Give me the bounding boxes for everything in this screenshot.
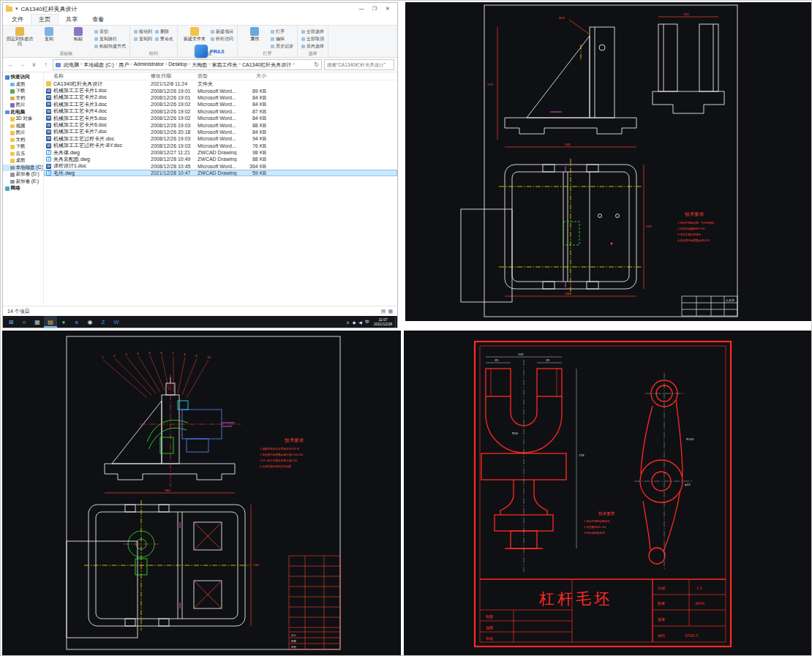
sidebar-item[interactable]: 桌面 xyxy=(3,81,43,88)
file-row-夹具体.dwg[interactable]: 夹具体.dwg 2008/12/27 11:21 ZWCAD Drawing 9… xyxy=(44,149,397,156)
breadcrumb[interactable]: 此电脑›本地磁盘 (C:)›用户›Administrator›Desktop›大… xyxy=(53,59,322,70)
invert-selection-button[interactable]: 反向选择 xyxy=(301,43,324,50)
file-row-CA1340杠杆夹具设计[interactable]: CA1340杠杆夹具设计 2021/12/8 11:24 文件夹 xyxy=(44,80,397,87)
sidebar-item[interactable]: 视频 xyxy=(3,123,43,130)
taskbar-clock[interactable]: 11:07 2021/12/28 xyxy=(371,317,395,326)
quick-access-toolbar[interactable]: ▾ xyxy=(15,6,18,12)
breadcrumb-segment[interactable]: Administrator xyxy=(133,61,165,69)
column-header-name[interactable]: 名称 xyxy=(44,72,151,80)
refresh-icon[interactable]: ↻ xyxy=(314,61,319,68)
taskbar-icon-zwcad[interactable]: Z xyxy=(97,316,110,328)
select-all-button[interactable]: 全部选择 xyxy=(301,29,324,35)
rename-button[interactable]: 重命名 xyxy=(155,36,173,42)
file-row-机械加工工艺卡片2.doc[interactable]: 机械加工工艺卡片2.doc 2008/12/26 19:01 Microsoft… xyxy=(44,94,397,101)
paste-shortcut-button[interactable]: 粘贴快捷方式 xyxy=(94,43,126,50)
file-row-机械加工工艺卡片1.doc[interactable]: 机械加工工艺卡片1.doc 2008/12/26 19:01 Microsoft… xyxy=(44,87,397,94)
taskbar-icon-edge[interactable]: e xyxy=(70,316,83,328)
ribbon-tab[interactable]: 文件 xyxy=(4,15,31,25)
details-view-button[interactable]: ▤ xyxy=(381,309,386,314)
ribbon-tab[interactable]: 主页 xyxy=(31,14,59,25)
history-button[interactable]: 历史记录 xyxy=(271,43,293,50)
taskbar-icon-search[interactable]: ○ xyxy=(18,316,31,328)
minimize-button[interactable]: — xyxy=(355,3,368,15)
edit-button[interactable]: 编辑 xyxy=(271,36,293,42)
file-row-机械加工工艺卡片3.doc[interactable]: 机械加工工艺卡片3.doc 2008/12/26 19:02 Microsoft… xyxy=(44,101,397,108)
file-row-机械加工工艺卡片6.doc[interactable]: 机械加工工艺卡片6.doc 2008/12/26 19:03 Microsoft… xyxy=(44,121,397,128)
sidebar-item[interactable]: 文档 xyxy=(3,95,43,102)
file-row-机械加工工艺卡片4.doc[interactable]: 机械加工工艺卡片4.doc 2008/12/26 19:02 Microsoft… xyxy=(44,108,397,115)
breadcrumb-segment[interactable]: 本地磁盘 (C:) xyxy=(83,61,115,69)
sidebar-item[interactable]: 快速访问 xyxy=(3,74,43,81)
sidebar-item[interactable]: 此电脑 xyxy=(3,109,43,116)
show-desktop-button[interactable] xyxy=(395,316,397,328)
column-header-type[interactable]: 类型 xyxy=(198,72,243,80)
taskbar-icon-word[interactable]: W xyxy=(110,316,123,328)
sidebar-item[interactable]: 本地磁盘 (C:) xyxy=(3,165,43,172)
move-to-button[interactable]: 移动到 xyxy=(134,29,152,35)
sidebar-item[interactable]: 文档 xyxy=(3,137,43,144)
file-row-机械加工工艺卡片7.doc[interactable]: 机械加工工艺卡片7.doc 2008/12/26 20:18 Microsoft… xyxy=(44,129,397,135)
sidebar-item[interactable]: 新加卷 (D:) xyxy=(3,171,43,178)
open-button[interactable]: 打开 xyxy=(271,29,293,35)
cut-button[interactable]: 剪切 xyxy=(94,29,126,35)
ribbon-tab[interactable]: 共享 xyxy=(59,15,85,25)
sidebar-item[interactable]: 新加卷 (E:) xyxy=(3,178,43,186)
sidebar-item[interactable]: 图片 xyxy=(3,129,43,137)
sidebar-item[interactable]: 网络 xyxy=(3,185,43,192)
sidebar-item[interactable]: 音乐 xyxy=(3,151,43,158)
copy-path-button[interactable]: 复制路径 xyxy=(94,36,126,42)
sidebar-item[interactable]: 3D 对象 xyxy=(3,116,43,123)
column-header-date[interactable]: 修改日期 xyxy=(151,72,198,80)
close-button[interactable]: ✕ xyxy=(381,3,394,15)
ribbon-tab[interactable]: 查看 xyxy=(85,15,111,25)
copy-to-button[interactable]: 复制到 xyxy=(134,36,152,42)
thumbnail-view-button[interactable]: ▦ xyxy=(388,309,393,314)
sidebar-item[interactable]: 下载 xyxy=(3,88,43,95)
svg-text:比例: 比例 xyxy=(658,586,665,591)
taskbar-icon-wechat[interactable]: ● xyxy=(57,316,70,328)
sidebar-item[interactable]: 下载 xyxy=(3,143,43,151)
sidebar-item[interactable]: 图片 xyxy=(3,102,43,109)
tray-icon-ime[interactable]: 中 xyxy=(364,319,371,325)
file-type: ZWCAD Drawing xyxy=(198,157,243,162)
column-header-size[interactable]: 大小 xyxy=(243,72,269,80)
recent-locations-button[interactable]: ∨ xyxy=(29,60,39,69)
tray-icon-volume[interactable]: ◀ xyxy=(357,320,364,325)
file-row-课程设计1.doc[interactable]: 课程设计1.doc 2008/12/28 10:45 Microsoft Wor… xyxy=(44,163,397,170)
properties-icon xyxy=(250,27,259,36)
breadcrumb-segment[interactable]: 此电脑 xyxy=(63,61,80,69)
select-none-button[interactable]: 全部取消 xyxy=(301,36,324,42)
forward-button[interactable]: → xyxy=(18,60,27,69)
maximize-button[interactable]: ❐ xyxy=(368,3,381,15)
file-row-机械加工工艺过程卡片.doc[interactable]: 机械加工工艺过程卡片.doc 2008/12/26 19:03 Microsof… xyxy=(44,135,397,142)
file-row-夹具装配图.dwg[interactable]: 夹具装配图.dwg 2008/12/28 10:49 ZWCAD Drawing… xyxy=(44,156,397,162)
breadcrumb-segment[interactable]: 用户 xyxy=(118,61,129,69)
breadcrumb-segment[interactable]: CA1340杠杆夹具设计 xyxy=(241,61,292,69)
taskbar-icon-task-view[interactable]: ▦ xyxy=(31,316,44,328)
search-input[interactable] xyxy=(324,59,394,70)
tray-icon-network[interactable]: ◆ xyxy=(351,320,358,325)
file-row-机械加工工艺过程卡片-BY.doc[interactable]: 机械加工工艺过程卡片-BY.doc 2008/12/26 19:03 Micro… xyxy=(44,143,397,149)
taskbar-icon-chrome[interactable]: ◉ xyxy=(83,316,97,328)
properties-button[interactable]: 属性 xyxy=(241,27,268,50)
sidebar-item[interactable]: 桌面 xyxy=(3,157,43,165)
breadcrumb-segment[interactable]: Desktop xyxy=(168,61,188,69)
file-row-机械加工工艺卡片5.doc[interactable]: 机械加工工艺卡片5.doc 2008/12/26 19:02 Microsoft… xyxy=(44,115,397,121)
svg-text:6: 6 xyxy=(160,351,162,355)
up-button[interactable]: ↑ xyxy=(41,60,50,69)
paste-button[interactable]: 粘贴 xyxy=(65,27,91,50)
navigation-pane: 快速访问 桌面 下载 文档 xyxy=(3,72,44,306)
breadcrumb-segment[interactable]: 大梅图 xyxy=(191,61,208,69)
easy-access-button[interactable]: 轻松访问 xyxy=(211,36,233,42)
copy-button[interactable]: 复制 xyxy=(36,27,62,50)
new-item-button[interactable]: 新建项目 xyxy=(211,29,233,35)
tray-icon-tray-expand[interactable]: ∧ xyxy=(345,320,350,325)
taskbar-icon-file-explorer[interactable]: ▤ xyxy=(44,316,57,328)
file-size: 364 KB xyxy=(243,164,269,169)
file-row-毛坯.dwg[interactable]: 毛坯.dwg 2021/12/28 10:47 ZWCAD Drawing 59… xyxy=(44,170,397,176)
pin-quick-access-button[interactable]: 固定到快速访问 xyxy=(7,27,33,50)
delete-button[interactable]: 删除 xyxy=(155,29,173,35)
back-button[interactable]: ← xyxy=(6,60,15,69)
breadcrumb-segment[interactable]: 寒霜工作夹 xyxy=(211,61,238,69)
taskbar-icon-start[interactable]: ⊞ xyxy=(4,316,18,328)
